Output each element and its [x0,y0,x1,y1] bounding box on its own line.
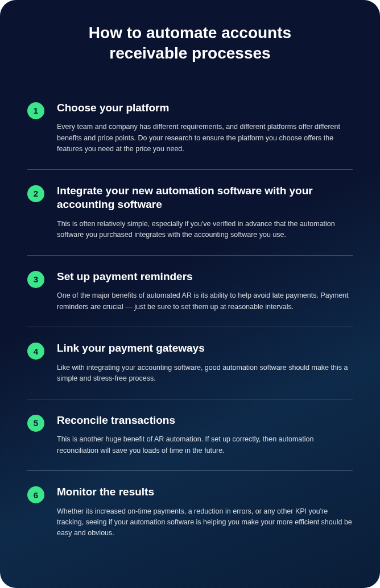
step-content: Monitor the results Whether its increase… [57,485,353,539]
step-description: Every team and company has different req… [57,122,353,155]
step-title: Monitor the results [57,485,353,499]
step-item: 1 Choose your platform Every team and co… [27,87,353,170]
step-content: Integrate your new automation software w… [57,184,353,241]
step-content: Set up payment reminders One of the majo… [57,270,353,312]
step-item: 2 Integrate your new automation software… [27,170,353,256]
step-item: 4 Link your payment gateways Like with i… [27,327,353,399]
step-description: Like with integrating your accounting so… [57,362,353,385]
step-number-badge: 4 [27,343,44,360]
step-title: Integrate your new automation software w… [57,184,353,212]
step-title: Reconcile transactions [57,414,353,428]
step-item: 5 Reconcile transactions This is another… [27,399,353,471]
page-title: How to automate accounts receivable proc… [27,23,353,64]
step-number-badge: 6 [27,486,44,503]
step-description: Whether its increased on-time payments, … [57,506,353,539]
step-content: Choose your platform Every team and comp… [57,101,353,155]
step-title: Choose your platform [57,101,353,115]
step-number-badge: 5 [27,415,44,432]
step-description: One of the major benefits of automated A… [57,290,353,312]
step-description: This is another huge benefit of AR autom… [57,434,353,456]
step-description: This is often relatively simple, especia… [57,219,353,241]
step-content: Link your payment gateways Like with int… [57,341,353,384]
infographic-card: How to automate accounts receivable proc… [0,0,380,588]
step-number-badge: 2 [27,185,44,202]
step-item: 3 Set up payment reminders One of the ma… [27,256,353,327]
step-title: Set up payment reminders [57,270,353,284]
step-number-badge: 3 [27,271,44,288]
step-content: Reconcile transactions This is another h… [57,414,353,456]
step-number-badge: 1 [27,102,44,119]
step-item: 6 Monitor the results Whether its increa… [27,471,353,553]
step-title: Link your payment gateways [57,341,353,356]
